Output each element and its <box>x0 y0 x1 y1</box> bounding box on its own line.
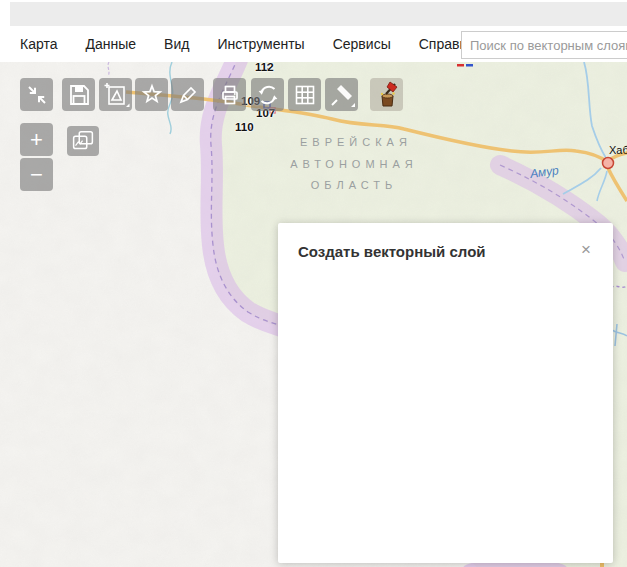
menu-item-view[interactable]: Вид <box>164 36 189 52</box>
print-button[interactable] <box>213 78 246 111</box>
close-icon[interactable]: × <box>581 241 591 258</box>
sync-icon <box>252 79 284 111</box>
region-label-line3: ОБЛАСТЬ <box>308 179 400 191</box>
menu-bar: Карта Данные Вид Инструменты Сервисы Спр… <box>0 26 627 62</box>
map-canvas[interactable]: 112 109 107 110 ЕВРЕЙСКАЯ АВТОНОМНАЯ ОБЛ… <box>0 62 627 567</box>
km-marker: 112 <box>255 62 274 73</box>
create-vector-layer-icon <box>100 79 132 111</box>
km-marker: 110 <box>235 121 254 133</box>
dialog-body <box>278 273 613 563</box>
save-icon <box>63 79 95 111</box>
bookmark-button[interactable] <box>135 78 168 111</box>
pencil-icon <box>172 79 204 111</box>
grid-button[interactable] <box>288 78 321 111</box>
basemap-button[interactable] <box>67 126 99 156</box>
pushpin-icon <box>326 79 358 111</box>
app-window: Карта Данные Вид Инструменты Сервисы Спр… <box>0 0 627 567</box>
grid-icon <box>289 79 321 111</box>
menu-item-data[interactable]: Данные <box>85 36 136 52</box>
pin-button[interactable] <box>325 78 358 111</box>
basemap-layers-icon <box>68 126 98 156</box>
zoom-out-button[interactable]: − <box>20 158 53 191</box>
zoom-in-button[interactable]: + <box>20 123 53 156</box>
city-label: Хаб <box>609 144 627 156</box>
create-vector-layer-button[interactable] <box>99 78 132 111</box>
vector-layer-search-input[interactable] <box>461 31 627 59</box>
edit-button[interactable] <box>171 78 204 111</box>
refresh-layers-button[interactable] <box>251 78 284 111</box>
window-titlebar <box>10 2 627 26</box>
menu-item-services[interactable]: Сервисы <box>333 36 391 52</box>
save-button[interactable] <box>62 78 95 111</box>
region-label-line2: АВТОНОМНАЯ <box>290 158 418 170</box>
create-vector-layer-dialog: Создать векторный слой × <box>278 223 613 563</box>
menu-item-tools[interactable]: Инструменты <box>217 36 304 52</box>
collapse-button[interactable] <box>20 78 53 111</box>
printer-icon <box>214 79 246 111</box>
region-label-line1: ЕВРЕЙСКАЯ <box>300 136 410 148</box>
star-icon <box>136 79 168 111</box>
dialog-title: Создать векторный слой <box>298 243 486 260</box>
menu-item-map[interactable]: Карта <box>20 36 57 52</box>
axe-icon <box>371 79 403 111</box>
axe-tool-button[interactable] <box>370 78 403 111</box>
collapse-arrows-icon <box>21 79 53 111</box>
